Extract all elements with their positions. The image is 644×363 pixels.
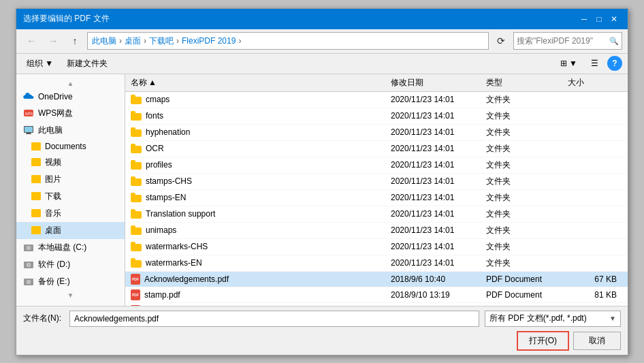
pdf-file-icon [131,289,140,300]
file-size: 67 KB [568,274,622,284]
sidebar-videos-label: 视频 [45,157,61,168]
open-btn-wrap: 打开(O) [517,331,569,351]
new-folder-label: 新建文件夹 [67,58,108,69]
details-btn[interactable]: ☰ [586,56,603,71]
file-name-text: profiles [146,160,172,170]
sidebar-item-downloads[interactable]: 下载 [16,188,125,205]
sidebar-item-videos[interactable]: 视频 [16,154,125,171]
sidebar-item-wps[interactable]: WPS WPS网盘 [16,105,125,122]
breadcrumb-computer[interactable]: 此电脑 [92,35,116,47]
file-name-text: Translation support [146,209,215,219]
help-btn[interactable]: ? [607,56,622,71]
file-row[interactable]: stamps-EN2020/11/23 14:01文件夹 [125,190,628,206]
folder-icon [131,242,142,251]
organize-btn[interactable]: 组织 ▼ [22,55,58,72]
sidebar-wps-label: WPS网盘 [38,108,73,119]
sidebar-item-software[interactable]: 软件 (D:) [16,256,125,273]
view-btn[interactable]: ⊞ ▼ [556,56,582,71]
organize-label: 组织 ▼ [27,58,53,69]
search-icon: 🔍 [609,37,619,46]
file-date: 2020/11/23 14:01 [391,225,486,235]
file-row[interactable]: hyphenation2020/11/23 14:01文件夹 [125,125,628,141]
file-row[interactable]: unimaps2020/11/23 14:01文件夹 [125,223,628,239]
file-row[interactable]: cmaps2020/11/23 14:01文件夹 [125,92,628,108]
breadcrumb-downloads[interactable]: 下载吧 [149,35,174,47]
file-row[interactable]: watermarks-CHS2020/11/23 14:01文件夹 [125,239,628,255]
file-row[interactable]: profiles2020/11/23 14:01文件夹 [125,157,628,174]
forward-btn[interactable]: → [44,32,63,50]
folder-icon-downloads [31,192,41,200]
sidebar-item-onedrive[interactable]: OneDrive [16,89,125,105]
file-date: 2020/11/23 14:01 [391,144,486,153]
file-row[interactable]: Acknowledgements.pdf2018/9/6 10:40PDF Do… [125,272,628,287]
svg-point-14 [28,281,29,283]
file-type: PDF Document [486,290,568,300]
file-type: 文件夹 [486,176,568,187]
file-name-text: cmaps [146,95,170,104]
folder-icon-videos [31,158,41,166]
breadcrumb-sep-4: › [238,36,241,46]
file-row[interactable]: fonts2020/11/23 14:01文件夹 [125,108,628,125]
file-type: 文件夹 [486,241,568,253]
filetype-text: 所有 PDF 文档(*.pdf, *.pdt) [489,313,607,324]
col-type-header[interactable]: 类型 [486,77,568,89]
file-name-text: unimaps [146,225,176,235]
file-size: 81 KB [568,290,622,300]
svg-point-8 [28,247,29,249]
file-name-cell: OCR [131,144,391,153]
sidebar-music-label: 音乐 [45,208,61,219]
file-type: 文件夹 [486,110,568,122]
file-row[interactable]: watermarks-EN2020/11/23 14:01文件夹 [125,255,628,272]
file-name-cell: Translation support [131,209,391,219]
cancel-btn[interactable]: 取消 [573,332,621,350]
filetype-dropdown[interactable]: 所有 PDF 文档(*.pdf, *.pdt) ▼ [485,311,621,327]
back-btn[interactable]: ← [22,32,41,50]
sidebar-item-backup[interactable]: 备份 (E:) [16,273,125,290]
breadcrumb-desktop[interactable]: 桌面 [125,35,141,47]
breadcrumb-flexipdf[interactable]: FlexiPDF 2019 [182,36,236,46]
file-date: 2020/11/23 14:01 [391,193,486,202]
folder-icon [131,95,142,104]
maximize-btn[interactable]: □ [592,13,606,25]
sidebar-item-localdisk[interactable]: 本地磁盘 (C:) [16,239,125,256]
minimize-btn[interactable]: ─ [577,13,591,25]
cloud-icon [23,91,34,102]
file-row[interactable]: Translation support2020/11/23 14:01文件夹 [125,206,628,223]
sidebar-item-computer[interactable]: 此电脑 [16,122,125,139]
col-date-header[interactable]: 修改日期 [391,77,486,89]
folder-icon [131,258,142,268]
pdf-file-icon [131,274,140,285]
file-name-cell: hyphenation [131,127,391,137]
sidebar-item-pictures[interactable]: 图片 [16,171,125,188]
file-date: 2020/11/23 14:01 [391,127,486,137]
sidebar-item-desktop[interactable]: 桌面 [16,222,125,239]
folder-icon [131,111,142,121]
file-name-text: stamps-CHS [146,176,192,186]
file-name-cell: unimaps [131,225,391,235]
filename-input[interactable] [69,311,479,327]
file-name-cell: watermarks-CHS [131,242,391,251]
breadcrumb-sep-3: › [176,36,179,46]
new-folder-btn[interactable]: 新建文件夹 [62,55,112,72]
action-row: 打开(O) 取消 [23,331,621,351]
sidebar-software-label: 软件 (D:) [38,259,70,270]
file-row[interactable]: stamps-CHS2020/11/23 14:01文件夹 [125,174,628,190]
search-input[interactable] [517,36,609,46]
open-btn[interactable]: 打开(O) [517,331,569,351]
file-row[interactable]: OCR2020/11/23 14:01文件夹 [125,141,628,157]
main-area: ▲ OneDrive WPS WPS网盘 此电脑 Documents 视频 [16,74,628,306]
col-size-header[interactable]: 大小 [568,77,622,89]
file-name-text: stamps-EN [146,193,186,202]
search-box[interactable]: 🔍 [513,32,622,50]
file-row[interactable]: stamp.pdf2018/9/10 13:19PDF Document81 K… [125,287,628,303]
sidebar-item-music[interactable]: 音乐 [16,205,125,222]
up-btn[interactable]: ↑ [65,32,84,50]
file-type: 文件夹 [486,159,568,171]
sidebar-item-documents[interactable]: Documents [16,139,125,154]
file-date: 2018/9/10 13:19 [391,290,486,300]
col-name-header[interactable]: 名称 ▲ [131,77,391,89]
close-btn[interactable]: ✕ [607,13,621,25]
folder-icon [131,225,142,235]
file-name-text: Acknowledgements.pdf [144,274,229,284]
refresh-btn[interactable]: ⟳ [492,32,511,50]
